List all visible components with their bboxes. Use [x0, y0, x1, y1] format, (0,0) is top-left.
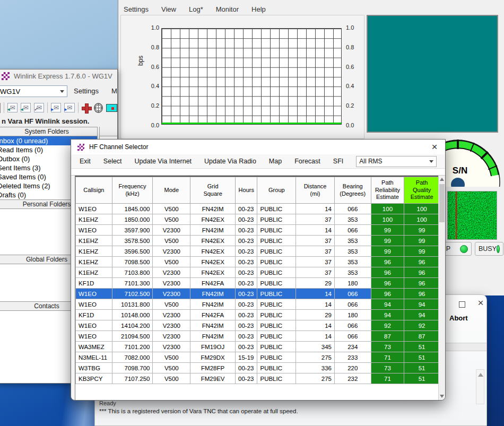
vara-menu-log[interactable]: Log* — [189, 5, 203, 13]
channel-row-w1eo-3597-900[interactable]: W1EO3597.900V2300FN42IM00-23PUBLIC140669… — [76, 225, 439, 236]
reply-all-icon[interactable]: ✉◂ — [21, 103, 31, 112]
column-header-grid[interactable]: Grid Square — [190, 177, 236, 204]
cell-group: PUBLIC — [257, 204, 296, 214]
close-icon[interactable]: × — [428, 141, 441, 153]
vara-menu-view[interactable]: View — [161, 5, 176, 13]
winlink-menu-settings[interactable]: Settings — [74, 87, 99, 95]
channel-row-k1ehz-7098-500[interactable]: K1EHZ7098.500V500FN42EX00-23PUBLIC373539… — [76, 257, 439, 267]
selector-menu-sfi[interactable]: SFI — [333, 158, 343, 165]
cell-hours: 00-23 — [236, 278, 257, 289]
abort-button[interactable]: Abort — [449, 314, 468, 322]
reliability-cell: 73 — [371, 363, 404, 373]
selector-menu-select[interactable]: Select — [103, 158, 122, 165]
frequency-marker-line — [456, 192, 457, 239]
rms-filter-value: All RMS — [359, 158, 382, 165]
selector-menu-exit[interactable]: Exit — [80, 158, 91, 165]
cell-group: PUBLIC — [257, 267, 296, 278]
selector-title: HF Channel Selector — [89, 143, 148, 151]
selector-menu-update-via-internet[interactable]: Update Via Internet — [135, 158, 192, 165]
cell-bearing: 232 — [334, 373, 371, 384]
cell-frequency: 1850.000 — [112, 214, 153, 225]
cell-mode: V2300 — [153, 289, 190, 299]
accept-icon[interactable]: ✉✓ — [34, 103, 44, 112]
busy-status-light — [497, 245, 500, 253]
cell-frequency: 7101.200 — [112, 342, 153, 352]
folder-section-system-folders[interactable]: System Folders — [0, 127, 97, 136]
cell-hours: 00-23 — [236, 257, 257, 267]
y-tick-label: 1.0 — [151, 24, 159, 31]
rms-filter-select[interactable]: All RMS — [356, 156, 437, 167]
channel-row-n3mel-11-7082-000[interactable]: N3MEL-117082.000V500FM29DX15-19PUBLIC275… — [76, 352, 439, 363]
column-header-mode[interactable]: Mode — [153, 177, 190, 204]
red-cross-icon[interactable] — [81, 103, 90, 113]
column-header-bearing[interactable]: Bearing (Degrees) — [334, 177, 371, 204]
cell-group: PUBLIC — [257, 278, 296, 289]
callsign-select[interactable]: WG1V — [0, 85, 67, 97]
vara-menu-help[interactable]: Help — [251, 5, 266, 13]
scroll-down-icon[interactable] — [440, 395, 444, 398]
winlink-menu-mess[interactable]: Mess — [111, 87, 118, 95]
channel-row-kf1d-7101-300[interactable]: KF1D7101.300V2300FN42FA00-23PUBLIC291809… — [76, 278, 439, 289]
reliability-cell: 96 — [371, 289, 404, 299]
channel-table: CallsignFrequency (kHz)ModeGrid SquareHo… — [75, 177, 438, 384]
monitor-icon[interactable] — [106, 104, 117, 112]
channel-row-w1eo-10131-800[interactable]: W1EO10131.800V500FN42IM00-23PUBLIC140669… — [76, 299, 439, 310]
cell-hours: 00-23 — [236, 342, 257, 352]
maximize-icon[interactable] — [459, 301, 465, 308]
new-message-icon[interactable] — [0, 103, 1, 113]
selector-menu-update-via-radio[interactable]: Update Via Radio — [204, 158, 256, 165]
close-icon[interactable]: × — [475, 297, 486, 309]
scroll-up-icon[interactable] — [440, 178, 444, 181]
channel-row-w1eo-1845-000[interactable]: W1EO1845.000V500FN42IM00-23PUBLIC1406610… — [76, 204, 439, 214]
channel-row-k1ehz-1850-000[interactable]: K1EHZ1850.000V500FN42EX00-23PUBLIC373531… — [76, 214, 439, 225]
vara-menu-settings[interactable]: Settings — [124, 5, 149, 13]
message-list-header — [100, 127, 117, 136]
cell-group: PUBLIC — [257, 214, 296, 225]
cell-distance: 37 — [296, 257, 335, 267]
cell-group: PUBLIC — [257, 257, 296, 267]
column-header-path-reliability[interactable]: Path Reliability Estimate — [371, 177, 404, 204]
channel-row-k1ehz-7103-800[interactable]: K1EHZ7103.800V2300FN42EX00-23PUBLIC37353… — [76, 267, 439, 278]
y-tick-label: 0.2 — [346, 102, 354, 109]
channel-row-w1eo-14104-200[interactable]: W1EO14104.200V2300FN42IM00-23PUBLIC14066… — [76, 320, 439, 331]
channel-row-w1eo-7102-500[interactable]: W1EO7102.500V2300FN42IM00-23PUBLIC140669… — [76, 289, 439, 299]
cell-frequency: 10131.800 — [112, 299, 153, 310]
vara-menubar: SettingsViewLog*MonitorHelp — [124, 3, 266, 15]
cell-callsign: K1EHZ — [76, 267, 112, 278]
cell-bearing: 066 — [334, 331, 371, 342]
hf-channel-selector-window: HF Channel Selector × ExitSelectUpdate V… — [71, 139, 446, 401]
cell-distance: 29 — [296, 278, 335, 289]
channel-row-wa3mez-7101-200[interactable]: WA3MEZ7101.200V2300FM19OJ00-23PUBLIC3452… — [76, 342, 439, 352]
column-header-hours[interactable]: Hours — [236, 177, 257, 204]
winlink-title: Winlink Express 1.7.6.0 - WG1V — [14, 72, 112, 80]
channel-row-kb3pcy-7107-250[interactable]: KB3PCY7107.250V500FM29EV00-23PUBLIC27523… — [76, 373, 439, 384]
globe-icon[interactable] — [94, 103, 103, 113]
channel-row-k1ehz-3578-500[interactable]: K1EHZ3578.500V500FN42EX00-23PUBLIC373539… — [76, 236, 439, 246]
scrollbar-thumb[interactable] — [439, 184, 445, 222]
channel-row-k1ehz-3596-500[interactable]: K1EHZ3596.500V2300FN42EX00-23PUBLIC37353… — [76, 246, 439, 257]
cell-grid: FN42IM — [190, 204, 236, 214]
reply-icon[interactable]: ✉◂ — [7, 103, 18, 112]
scroll-up-icon[interactable] — [478, 373, 483, 377]
session-scrollbar[interactable] — [476, 369, 484, 404]
reliability-cell: 99 — [371, 236, 404, 246]
table-scrollbar[interactable] — [438, 176, 445, 400]
selector-menu-map[interactable]: Map — [269, 158, 282, 165]
selector-menu-forecast[interactable]: Forecast — [294, 158, 320, 165]
channel-row-w3tbg-7098-700[interactable]: W3TBG7098.700V500FM28FP00-23PUBLIC336220… — [76, 363, 439, 373]
move-message-icon[interactable]: ✉▸ — [64, 103, 74, 112]
forward-icon[interactable]: ✉▸ — [51, 103, 61, 112]
column-header-distance[interactable]: Distance (mi) — [296, 177, 335, 204]
column-header-callsign[interactable]: Callsign — [76, 177, 112, 204]
column-header-path-quality[interactable]: Path Quality Estimate — [404, 177, 438, 204]
channel-row-w1eo-21094-500[interactable]: W1EO21094.500V2300FN42IM00-23PUBLIC14066… — [76, 331, 439, 342]
column-header-group[interactable]: Group — [257, 177, 296, 204]
cell-frequency: 14104.200 — [112, 320, 153, 331]
cell-mode: V2300 — [153, 331, 190, 342]
cell-mode: V500 — [153, 299, 190, 310]
screen: SettingsViewLog*MonitorHelp bps 1.00.80.… — [0, 0, 504, 426]
vara-menu-monitor[interactable]: Monitor — [216, 5, 239, 13]
reliability-cell: 87 — [371, 331, 404, 342]
channel-row-kf1d-10148-000[interactable]: KF1D10148.000V2300FN42FA00-23PUBLIC29180… — [76, 310, 439, 320]
column-header-frequency[interactable]: Frequency (kHz) — [112, 177, 153, 204]
